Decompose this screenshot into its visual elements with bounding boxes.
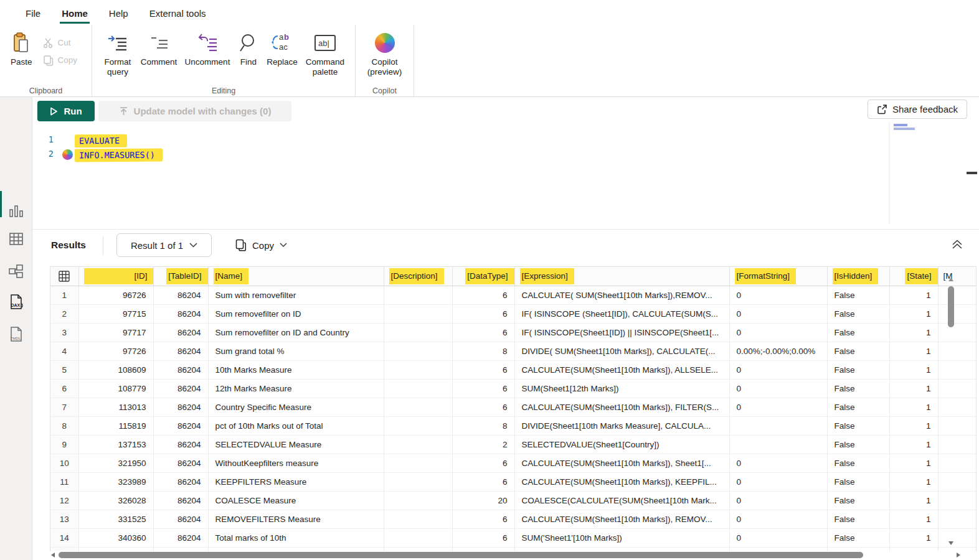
uncomment-icon [197,31,218,55]
cell-mPartial [938,304,977,323]
editor-scrollbar-mark[interactable] [967,172,977,174]
cell-state: 1 [889,491,938,510]
header-row: [ID][TableID][Name][Description][DataTyp… [50,267,977,286]
table-row: 811581986204pct of 10th Marks out of Tot… [50,416,977,435]
dax-query-view-icon: DAX [8,294,24,310]
tmdl-view-icon: TMDL [8,326,24,342]
cell-description [384,547,452,551]
cell-dataType: 6 [452,528,514,547]
scroll-left-arrow[interactable] [51,553,55,558]
cell-state: 1 [889,304,938,323]
run-label: Run [64,106,82,116]
scroll-up-arrow[interactable] [948,278,953,281]
sidebar-item-dax-query-view[interactable]: DAX [6,292,26,312]
column-header-expression: [Expression] [514,267,729,286]
cell-tableId: 86204 [153,472,208,491]
minimap[interactable] [889,122,962,224]
results-title: Results [51,240,86,251]
cell-state: 1 [889,435,938,454]
cell-formatString: 0 [729,472,827,491]
horizontal-scrollbar[interactable] [50,551,977,559]
cell-expression: CALCULATE(SUM(Sheet1[10th Marks]), FILTE… [514,398,729,416]
chevron-down-icon [280,243,287,248]
cell-description [384,416,452,435]
cell-description [384,304,452,323]
results-table: [ID][TableID][Name][Description][DataTyp… [50,267,977,551]
cell-isHidden: False [827,547,889,551]
cell-mPartial [938,342,977,360]
cell-description [384,398,452,416]
column-header-name: [Name] [208,267,384,286]
cell-formatString: 0.00%;-0.00%;0.00% [729,342,827,360]
cell-id: 321950 [78,454,153,472]
copilot-icon [375,31,395,55]
table-row: 49772686204Sum grand total %8DIVIDE( SUM… [50,342,977,360]
cell-dataType: 6 [452,510,514,528]
cell-isHidden: False [827,398,889,416]
cut-button[interactable]: Cut [40,36,80,50]
scroll-right-arrow[interactable] [957,553,960,558]
share-feedback-button[interactable]: Share feedback [868,100,967,119]
copy-button[interactable]: Copy [40,54,80,67]
sidebar-item-report-view[interactable] [6,201,26,221]
result-selector-dropdown[interactable]: Result 1 of 1 [116,233,212,257]
table-row: 61087798620412th Marks Measure6SUM(Sheet… [50,379,977,398]
replace-icon: a b ac [272,31,293,55]
code-editor[interactable]: 1 EVALUATE 2 INFO.MEASURES() [32,124,979,229]
replace-button[interactable]: a b ac Replace [263,29,301,70]
copy-icon [235,239,247,251]
cell-mPartial [938,286,977,304]
cell-dataType: 6 [452,360,514,379]
horizontal-scrollbar-thumb[interactable] [59,552,863,558]
uncomment-button[interactable]: Uncomment [181,29,234,70]
cell-tableId: 86204 [153,398,208,416]
copy-results-button[interactable]: Copy [230,235,292,255]
format-query-button[interactable]: Format query [98,29,137,79]
column-label-isHidden: [IsHidden] [833,268,879,284]
cell-state: 1 [889,472,938,491]
cell-formatString: 0 [729,286,827,304]
tab-file[interactable]: File [15,2,51,25]
sidebar-item-model-view[interactable] [6,261,26,281]
cell-formatString: 0 [729,528,827,547]
run-button[interactable]: Run [37,101,95,121]
copilot-button[interactable]: Copilot (preview) [359,29,410,79]
command-palette-icon: ab| [314,31,336,55]
update-model-button[interactable]: Update model with changes (0) [98,101,291,121]
cell-tableId: 86204 [153,454,208,472]
cell-state: 1 [889,510,938,528]
paste-button[interactable]: Paste [7,29,35,70]
cell-tableId: 86204 [153,360,208,379]
scroll-down-arrow[interactable] [948,541,953,545]
tab-external-tools[interactable]: External tools [139,2,217,25]
cell-dataType: 6 [452,472,514,491]
table-row: 19672686204Sum with removefilter6CALCULA… [50,286,977,304]
vertical-scrollbar-thumb[interactable] [948,286,954,327]
cell-formatString: 0 [729,379,827,398]
cell-state: 1 [889,342,938,360]
results-grid: [ID][TableID][Name][Description][DataTyp… [50,266,977,551]
cell-tableId: 86204 [153,491,208,510]
cell-description [384,286,452,304]
minimap-code-mark [894,128,915,130]
command-palette-button[interactable]: ab| Command palette [301,29,349,79]
copilot-gutter-icon[interactable] [62,149,73,160]
comment-button[interactable]: Comment [137,29,181,70]
sidebar-item-tmdl-view[interactable]: TMDL [6,324,26,344]
sidebar-item-table-view[interactable] [6,229,26,249]
tab-home[interactable]: Home [51,2,98,25]
code-token-info-measures: INFO.MEASURES() [75,149,163,162]
cell-id: 137153 [78,435,153,454]
cell-tableId: 86204 [153,435,208,454]
cell-expression: CALCULATE(SUM(Sheet1[10th Marks]), KEEPF… [514,472,729,491]
cell-expression: IF( ISINSCOPE(Sheet1[ID]) || ISINSCOPE(S… [514,323,729,342]
vertical-scrollbar[interactable] [947,285,955,546]
tab-help[interactable]: Help [98,2,139,25]
column-header-rownum [50,267,78,286]
collapse-results-button[interactable] [949,236,965,253]
cell-state: 1 [889,360,938,379]
cell-mPartial [938,416,977,435]
cell-mPartial [938,528,977,547]
format-query-label: Format query [102,57,134,77]
find-button[interactable]: Find [234,29,263,70]
